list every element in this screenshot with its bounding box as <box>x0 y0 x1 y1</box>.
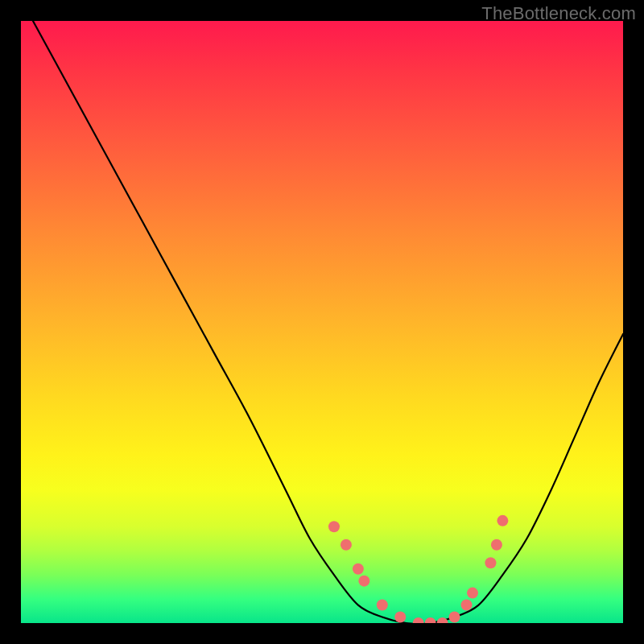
highlight-dot <box>449 612 460 623</box>
highlight-dot <box>413 617 424 623</box>
highlight-dot <box>394 612 406 623</box>
highlight-dot <box>485 557 496 568</box>
highlight-dot <box>328 521 340 532</box>
highlight-dot <box>377 600 388 611</box>
highlight-dot <box>437 617 448 623</box>
highlight-dot <box>461 600 473 611</box>
highlight-dot <box>358 576 369 587</box>
highlight-dot <box>491 539 502 551</box>
bottleneck-curve <box>33 21 623 623</box>
chart-area <box>21 21 623 623</box>
chart-svg <box>21 21 623 623</box>
watermark-text: TheBottleneck.com <box>481 3 636 24</box>
highlight-dot <box>497 515 508 526</box>
highlight-dot <box>353 564 364 575</box>
highlight-dots <box>328 515 508 623</box>
highlight-dot <box>341 539 352 551</box>
highlight-dot <box>425 617 436 623</box>
highlight-dot <box>467 588 478 599</box>
